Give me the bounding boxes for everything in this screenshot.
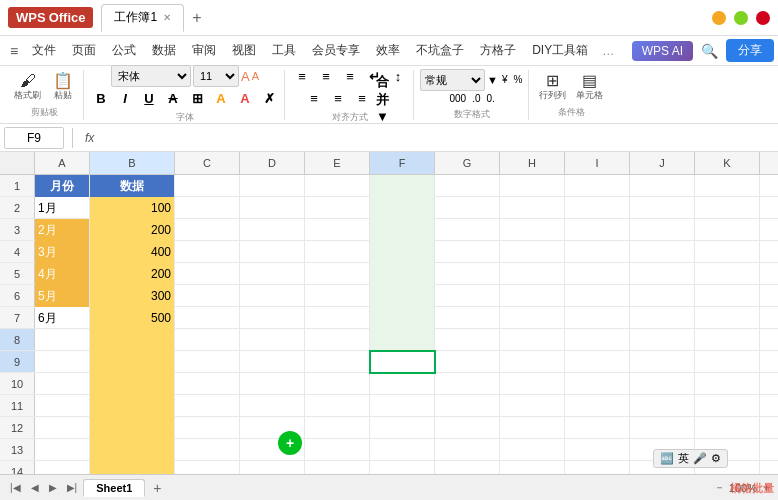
cell-l4[interactable] bbox=[760, 241, 778, 263]
cell-a2[interactable]: 1月 bbox=[35, 197, 90, 219]
cell-e1[interactable] bbox=[305, 175, 370, 197]
cell-g4[interactable] bbox=[435, 241, 500, 263]
cell-l7[interactable] bbox=[760, 307, 778, 329]
row-header-14[interactable]: 14 bbox=[0, 461, 35, 474]
cell-b8[interactable] bbox=[90, 329, 175, 351]
row-header-11[interactable]: 11 bbox=[0, 395, 35, 416]
fx-button[interactable]: fx bbox=[81, 131, 98, 145]
row-header-9[interactable]: 9 bbox=[0, 351, 35, 372]
cell-f3[interactable] bbox=[370, 219, 435, 241]
cell-d8[interactable] bbox=[240, 329, 305, 351]
wps-logo[interactable]: WPS Office bbox=[8, 7, 93, 28]
cell-d3[interactable] bbox=[240, 219, 305, 241]
cell-b9[interactable] bbox=[90, 351, 175, 373]
row-header-1[interactable]: 1 bbox=[0, 175, 35, 196]
cell-a9[interactable] bbox=[35, 351, 90, 373]
col-header-l[interactable]: L bbox=[760, 152, 778, 174]
merge-cells-button[interactable]: 合并▼ bbox=[375, 87, 397, 109]
cell-f2[interactable] bbox=[370, 197, 435, 219]
cell-a4[interactable]: 3月 bbox=[35, 241, 90, 263]
ime-language[interactable]: 英 bbox=[678, 451, 689, 466]
cell-h5[interactable] bbox=[500, 263, 565, 285]
currency-button[interactable]: ¥ bbox=[500, 72, 510, 87]
cell-g6[interactable] bbox=[435, 285, 500, 307]
menu-hamburger-icon[interactable]: ≡ bbox=[4, 43, 24, 59]
sheet1-tab[interactable]: Sheet1 bbox=[83, 479, 145, 497]
cell-c3[interactable] bbox=[175, 219, 240, 241]
col-header-b[interactable]: B bbox=[90, 152, 175, 174]
cell-b5[interactable]: 200 bbox=[90, 263, 175, 285]
share-button[interactable]: 分享 bbox=[726, 39, 774, 62]
cell-e8[interactable] bbox=[305, 329, 370, 351]
cell-h4[interactable] bbox=[500, 241, 565, 263]
col-header-i[interactable]: I bbox=[565, 152, 630, 174]
cell-h2[interactable] bbox=[500, 197, 565, 219]
cell-f5[interactable] bbox=[370, 263, 435, 285]
cell-h3[interactable] bbox=[500, 219, 565, 241]
row-header-6[interactable]: 6 bbox=[0, 285, 35, 306]
cell-k8[interactable] bbox=[695, 329, 760, 351]
cell-d5[interactable] bbox=[240, 263, 305, 285]
menu-box[interactable]: 不坑盒子 bbox=[408, 38, 472, 63]
cell-b4[interactable]: 400 bbox=[90, 241, 175, 263]
cell-i8[interactable] bbox=[565, 329, 630, 351]
cell-k5[interactable] bbox=[695, 263, 760, 285]
border-button[interactable]: ⊞ bbox=[186, 87, 208, 109]
align-left-button[interactable]: ≡ bbox=[303, 87, 325, 109]
cell-i9[interactable] bbox=[565, 351, 630, 373]
cell-f1[interactable] bbox=[370, 175, 435, 197]
cell-d2[interactable] bbox=[240, 197, 305, 219]
col-header-c[interactable]: C bbox=[175, 152, 240, 174]
cell-reference-input[interactable]: F9 bbox=[4, 127, 64, 149]
cell-d7[interactable] bbox=[240, 307, 305, 329]
cell-a5[interactable]: 4月 bbox=[35, 263, 90, 285]
col-header-g[interactable]: G bbox=[435, 152, 500, 174]
menu-more-icon[interactable]: … bbox=[596, 42, 620, 60]
wps-ai-button[interactable]: WPS AI bbox=[632, 41, 693, 61]
cell-g3[interactable] bbox=[435, 219, 500, 241]
cell-c8[interactable] bbox=[175, 329, 240, 351]
cell-a10[interactable] bbox=[35, 373, 90, 395]
menu-formula[interactable]: 公式 bbox=[104, 38, 144, 63]
cell-f9[interactable] bbox=[370, 351, 435, 373]
cell-g8[interactable] bbox=[435, 329, 500, 351]
cell-l9[interactable] bbox=[760, 351, 778, 373]
cell-b1[interactable]: 数据 bbox=[90, 175, 175, 197]
cell-c4[interactable] bbox=[175, 241, 240, 263]
col-header-a[interactable]: A bbox=[35, 152, 90, 174]
menu-page[interactable]: 页面 bbox=[64, 38, 104, 63]
cell-c2[interactable] bbox=[175, 197, 240, 219]
font-size-select[interactable]: 11 bbox=[193, 65, 239, 87]
cell-j7[interactable] bbox=[630, 307, 695, 329]
cell-a8[interactable] bbox=[35, 329, 90, 351]
minimize-button[interactable] bbox=[712, 11, 726, 25]
tab-close-icon[interactable]: ✕ bbox=[163, 12, 171, 23]
cell-b6[interactable]: 300 bbox=[90, 285, 175, 307]
cell-f4[interactable] bbox=[370, 241, 435, 263]
cell-b7[interactable]: 500 bbox=[90, 307, 175, 329]
strikethrough-button[interactable]: A bbox=[162, 87, 184, 109]
cell-j9[interactable] bbox=[630, 351, 695, 373]
cell-d4[interactable] bbox=[240, 241, 305, 263]
menu-efficiency[interactable]: 效率 bbox=[368, 38, 408, 63]
clear-format-button[interactable]: ✗ bbox=[258, 87, 280, 109]
cell-g9[interactable] bbox=[435, 351, 500, 373]
menu-file[interactable]: 文件 bbox=[24, 38, 64, 63]
percent-button[interactable]: % bbox=[511, 72, 524, 87]
font-name-select[interactable]: 宋体 bbox=[111, 65, 191, 87]
cells-button[interactable]: ▤ 单元格 bbox=[572, 71, 607, 104]
cell-f8[interactable] bbox=[370, 329, 435, 351]
cell-i7[interactable] bbox=[565, 307, 630, 329]
row-header-2[interactable]: 2 bbox=[0, 197, 35, 218]
cell-f7[interactable] bbox=[370, 307, 435, 329]
increase-size-button[interactable]: A bbox=[241, 69, 250, 84]
cell-j8[interactable] bbox=[630, 329, 695, 351]
menu-data[interactable]: 数据 bbox=[144, 38, 184, 63]
cell-j3[interactable] bbox=[630, 219, 695, 241]
cell-h8[interactable] bbox=[500, 329, 565, 351]
row-header-3[interactable]: 3 bbox=[0, 219, 35, 240]
cell-a6[interactable]: 5月 bbox=[35, 285, 90, 307]
increase-decimal-button[interactable]: .0 bbox=[470, 91, 482, 106]
cell-j1[interactable] bbox=[630, 175, 695, 197]
cell-l8[interactable] bbox=[760, 329, 778, 351]
